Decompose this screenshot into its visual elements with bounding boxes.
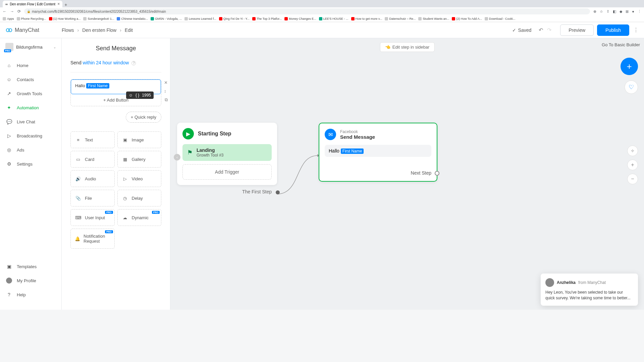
sidebar-item-home[interactable]: ⌂Home [0, 58, 61, 72]
duplicate-icon[interactable]: ⧉ [165, 97, 168, 103]
send-message-node[interactable]: ✉ Facebook Send Message Hallo First Name… [319, 123, 437, 182]
sidebar-item-livechat[interactable]: 💬Live Chat [0, 115, 61, 129]
bookmark-item[interactable]: Apps [3, 17, 14, 20]
workspace-selector[interactable]: PRO Bildungsfirma ⌄ [0, 38, 61, 56]
play-icon: ▶ [182, 128, 194, 139]
variable-chip[interactable]: First Name [86, 83, 109, 88]
bookmark-item[interactable]: Sonderangebot! 1... [83, 17, 114, 20]
bookmark-item[interactable]: (2) How To Add A... [452, 17, 482, 20]
sidebar-item-settings[interactable]: ⚙Settings [0, 157, 61, 171]
content-type-userinput[interactable]: PRO⌨User Input [70, 209, 115, 226]
sidebar-item-automation[interactable]: ✦Automation [0, 101, 61, 115]
menu-icon[interactable]: ⋮ [638, 9, 641, 14]
info-icon[interactable]: ? [131, 61, 136, 65]
content-type-image[interactable]: ▣Image [117, 131, 162, 148]
add-button-link[interactable]: ☺ { } 1995 ⧉ + Add Button [71, 94, 161, 106]
quick-reply-button[interactable]: + Quick reply [126, 112, 161, 123]
add-trigger-button[interactable]: Add Trigger [182, 164, 272, 180]
bookmark-item[interactable]: Datenschutz – Re... [385, 17, 416, 20]
emoji-icon[interactable]: ☺ [129, 93, 133, 98]
bookmark-item[interactable]: Lessons Learned f... [184, 17, 216, 20]
favorite-fab[interactable]: ♡ [625, 80, 638, 94]
content-type-file[interactable]: 📎File [70, 190, 115, 206]
connection-port[interactable] [276, 190, 280, 194]
bookmark-item[interactable]: GMSN - Vologda, ... [151, 17, 182, 20]
sidebar-item-contacts[interactable]: ☺Contacts [0, 72, 61, 86]
sidebar-item-help[interactable]: ?Help [0, 288, 61, 302]
star-icon[interactable]: ☆ [600, 9, 603, 14]
edit-sidebar-hint[interactable]: 👈 Edit step in sidebar [380, 42, 435, 52]
variable-icon[interactable]: { } [136, 93, 139, 98]
timing-link[interactable]: within 24 hour window [83, 60, 129, 65]
starting-step-node[interactable]: ‹ ▶ Starting Step ⚑ Landing Growth Tool … [177, 123, 277, 185]
undo-button[interactable]: ↶ [539, 27, 543, 33]
bookmark-item[interactable]: Money Changes E... [284, 17, 316, 20]
bookmark-item[interactable]: Chinese translatio... [117, 17, 148, 20]
profile-icon[interactable]: ● [632, 9, 634, 13]
browser-tab[interactable]: ∞ Den ersten Flow | Edit Content × [3, 1, 62, 7]
content-type-grid: ≡Text ▣Image ▭Card ▦Gallery 🔊Audio ▷Vide… [70, 131, 161, 249]
bookmark-item[interactable]: The Top 3 Platfor... [252, 17, 282, 20]
text-icon: ≡ [75, 136, 82, 143]
landing-trigger[interactable]: ⚑ Landing Growth Tool #3 [182, 144, 272, 161]
tab-title: Den ersten Flow | Edit Content [10, 2, 55, 6]
content-type-text[interactable]: ≡Text [70, 131, 115, 148]
close-icon[interactable]: ✕ [164, 80, 168, 85]
support-chat-widget[interactable]: Anzhelika from ManyChat Hey Leon, You've… [541, 274, 638, 306]
url-bar[interactable]: 🔒 manychat.com/fb198150208192061/cms/fil… [24, 8, 590, 14]
connection-port[interactable] [435, 171, 439, 176]
content-type-dynamic[interactable]: PRO☁Dynamic [117, 209, 162, 226]
pro-badge: PRO [105, 230, 113, 233]
ext2-icon[interactable]: ◆ [620, 9, 622, 14]
collapse-toggle[interactable]: ‹ [174, 154, 180, 161]
translate-icon[interactable]: ⊕ [593, 9, 596, 14]
content-type-card[interactable]: ▭Card [70, 151, 115, 168]
content-type-gallery[interactable]: ▦Gallery [117, 151, 162, 168]
content-type-video[interactable]: ▷Video [117, 170, 162, 187]
sidebar-item-broadcasting[interactable]: ▷Broadcasting [0, 129, 61, 143]
broadcast-icon: ▷ [6, 133, 12, 139]
autoalign-button[interactable]: ✧ [627, 145, 638, 156]
logo[interactable]: ManyChat [5, 26, 62, 34]
sidebar-item-growth[interactable]: ↗Growth Tools [0, 86, 61, 101]
content-type-delay[interactable]: ◷Delay [117, 190, 162, 206]
bookmark-item[interactable]: (1) How Working a... [49, 17, 81, 20]
breadcrumb-item[interactable]: Flows [62, 27, 74, 33]
message-preview: Hallo First Name [325, 145, 431, 157]
bookmark-item[interactable]: Phone Recycling... [17, 17, 46, 20]
sidebar-item-ads[interactable]: ◎Ads [0, 143, 61, 157]
back-button[interactable]: ← [3, 9, 7, 14]
bookmark-item[interactable]: Download - Cooki... [485, 17, 516, 20]
close-icon[interactable]: × [57, 2, 60, 6]
bookmark-item[interactable]: How to get more v... [351, 17, 382, 20]
breadcrumb-item[interactable]: Den ersten Flow [82, 27, 116, 33]
zoom-out-button[interactable]: − [627, 174, 638, 184]
publish-button[interactable]: Publish [597, 24, 629, 36]
sidebar-item-templates[interactable]: ▣Templates [0, 259, 61, 274]
reload-button[interactable]: ⟳ [17, 9, 21, 14]
bookmark-item[interactable]: LEE'S HOUSE - ... [319, 17, 348, 20]
bookmark-item[interactable]: Student Wants an... [418, 17, 449, 20]
drag-handle-icon[interactable]: ↕ [164, 88, 168, 94]
clock-icon: ◷ [122, 195, 128, 201]
new-tab-button[interactable]: + [64, 2, 67, 7]
more-menu-icon[interactable]: ⋮ [633, 27, 639, 33]
audio-icon: 🔊 [75, 175, 82, 182]
content-type-notification[interactable]: PRO🔔Notification Request [70, 229, 115, 249]
bookmark-item[interactable]: Qing Fei De Yi - Y... [219, 17, 250, 20]
ext-icon[interactable]: ◧ [613, 9, 616, 14]
breadcrumb-item[interactable]: Edit [125, 27, 133, 33]
preview-button[interactable]: Preview [560, 24, 594, 36]
goto-basic-builder[interactable]: Go To Basic Builder [602, 42, 640, 47]
char-counter: ☺ { } 1995 [126, 92, 154, 99]
zoom-in-button[interactable]: + [627, 160, 638, 170]
next-step-port[interactable]: Next Step [325, 170, 431, 176]
add-step-fab[interactable]: + [621, 58, 638, 75]
share-icon[interactable]: ⇧ [606, 9, 609, 14]
sidebar-item-profile[interactable]: My Profile [0, 274, 61, 288]
forward-button[interactable]: → [10, 9, 14, 14]
content-type-audio[interactable]: 🔊Audio [70, 170, 115, 187]
puzzle-icon[interactable]: ⊞ [626, 9, 629, 14]
check-icon: ✓ [512, 27, 516, 33]
flow-canvas[interactable]: 👈 Edit step in sidebar Go To Basic Build… [170, 38, 644, 310]
